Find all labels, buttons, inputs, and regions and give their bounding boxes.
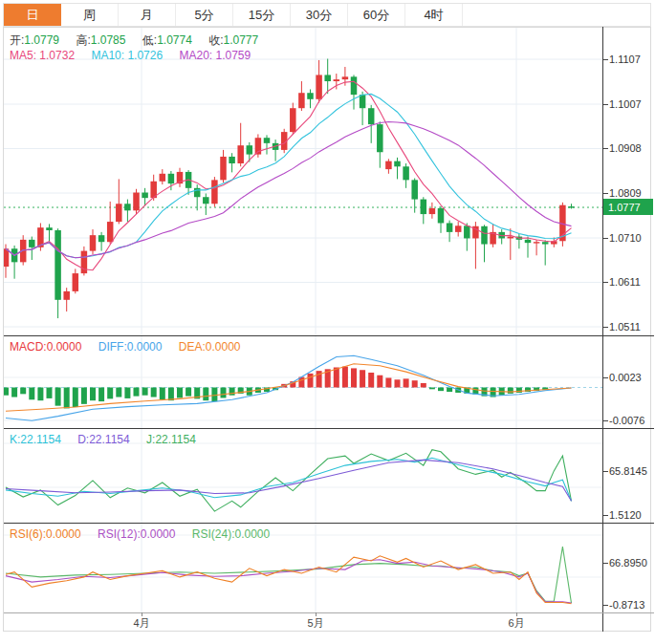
rsi-axis-label: -0.8713 (609, 599, 644, 611)
rsi24-label: RSI(24): (192, 527, 235, 541)
ma20-label: MA20: (179, 49, 212, 62)
ma5-label: MA5: (10, 49, 36, 62)
x-axis-baseline (4, 612, 654, 613)
macd-axis-label: 0.0023 (609, 372, 642, 383)
k-label: K: (10, 433, 20, 446)
open-value: 1.0779 (24, 33, 59, 47)
panel-separator (4, 335, 654, 336)
j-label: J: (146, 433, 155, 446)
low-value: 1.0774 (157, 33, 192, 47)
close-value: 1.0777 (224, 33, 259, 47)
ma10-value: 1.0726 (127, 49, 163, 62)
ohlc-readout: 开:1.0779 高:1.0785 低:1.0774 收:1.0777 (10, 33, 272, 47)
high-label: 高: (76, 33, 90, 47)
price-axis-label: 1.1107 (609, 54, 641, 65)
price-axis-label: 1.0710 (609, 232, 642, 244)
price-axis-label: 1.0611 (609, 276, 641, 288)
price-and-indicator-plot[interactable] (4, 28, 602, 612)
panel-separator (4, 428, 654, 429)
k-value: 22.1154 (20, 433, 61, 446)
dea-value: 0.0000 (206, 340, 241, 354)
price-axis-label: 1.0511 (609, 321, 641, 333)
rsi24-value: 0.0000 (234, 527, 270, 541)
high-value: 1.0785 (91, 33, 126, 47)
tab-month[interactable]: 月 (119, 4, 176, 26)
rsi12-label: RSI(12): (98, 527, 141, 541)
rsi12-value: 0.0000 (141, 527, 176, 541)
price-axis-label: 1.1007 (609, 98, 642, 110)
kdj-axis-label: 1.5120 (609, 509, 642, 521)
price-axis-label: 1.0908 (609, 142, 642, 154)
d-value: 22.1154 (89, 433, 130, 446)
j-value: 22.1154 (155, 433, 196, 446)
ma20-value: 1.0759 (216, 49, 251, 62)
rsi6-label: RSI(6): (10, 527, 46, 541)
current-price-badge: 1.0777 (603, 199, 653, 215)
tabbar-filler (463, 4, 650, 26)
macd-axis-label: -0.0076 (609, 415, 644, 426)
tab-30min[interactable]: 30分 (291, 4, 348, 26)
diff-value: 0.0000 (127, 340, 163, 354)
kdj-axis-label: 65.8145 (609, 465, 647, 477)
tab-60min[interactable]: 60分 (348, 4, 405, 26)
tab-15min[interactable]: 15分 (233, 4, 291, 26)
d-label: D: (77, 433, 89, 446)
tab-day[interactable]: 日 (4, 4, 61, 26)
diff-label: DIFF: (98, 340, 127, 354)
tab-4hour[interactable]: 4时 (405, 4, 463, 26)
panel-separator (4, 523, 654, 524)
macd-label: MACD: (10, 340, 47, 354)
rsi6-value: 0.0000 (46, 527, 81, 541)
ma10-label: MA10: (91, 49, 124, 62)
macd-value: 0.0000 (47, 340, 82, 354)
month-label-april: 4月 (133, 616, 149, 631)
ma5-value: 1.0732 (39, 49, 75, 62)
tab-week[interactable]: 周 (61, 4, 119, 26)
open-label: 开: (10, 33, 24, 47)
tab-5min[interactable]: 5分 (176, 4, 233, 26)
rsi-axis-label: 66.8950 (609, 557, 647, 569)
dea-label: DEA: (179, 340, 206, 354)
ma-readout: MA5: 1.0732 MA10: 1.0726 MA20: 1.0759 (10, 49, 264, 62)
timeframe-tabbar: 日 周 月 5分 15分 30分 60分 4时 (3, 3, 651, 27)
month-label-june: 6月 (508, 616, 524, 631)
macd-readout: MACD:0.0000 DIFF:0.0000 DEA:0.0000 (10, 340, 253, 354)
rsi-readout: RSI(6):0.0000 RSI(12):0.0000 RSI(24):0.0… (10, 527, 283, 541)
kdj-readout: K:22.1154 D:22.1154 J:22.1154 (10, 433, 209, 446)
price-axis-line (602, 27, 603, 632)
close-label: 收: (208, 33, 223, 47)
price-axis-label: 1.0809 (609, 187, 642, 199)
month-label-may: 5月 (307, 616, 323, 631)
low-label: 低: (142, 33, 157, 47)
